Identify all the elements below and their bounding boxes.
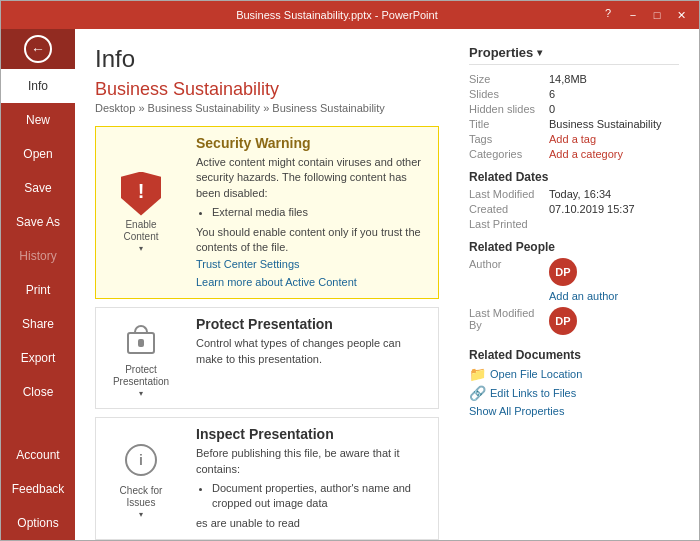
slides-row: Slides 6	[469, 88, 679, 100]
inspect-icon-area: i Check forIssues ▾	[96, 418, 186, 539]
sidebar-item-export[interactable]: Export	[1, 341, 75, 375]
sidebar-item-save-as[interactable]: Save As	[1, 205, 75, 239]
enable-content-button[interactable]: EnableContent ▾	[123, 219, 158, 253]
inspect-wrapper: i Check forIssues ▾ Inspect Presentation	[95, 417, 439, 540]
minimize-button[interactable]: −	[623, 7, 643, 23]
check-issues-button[interactable]: Check forIssues ▾	[120, 485, 163, 519]
protect-card: ProtectPresentation ▾ Protect Presentati…	[95, 307, 439, 409]
close-button[interactable]: ✕	[671, 7, 691, 23]
sidebar-item-info[interactable]: Info	[1, 69, 75, 103]
modified-by-person-row: DP	[549, 307, 577, 335]
last-modified-value: Today, 16:34	[549, 188, 679, 200]
hidden-slides-label: Hidden slides	[469, 103, 549, 115]
size-value: 14,8MB	[549, 73, 679, 85]
modified-by-avatar: DP	[549, 307, 577, 335]
author-label: Author	[469, 258, 549, 303]
shield-icon: !	[120, 173, 162, 215]
related-docs-header: Related Documents	[469, 348, 679, 362]
sidebar-item-share[interactable]: Share	[1, 307, 75, 341]
created-label: Created	[469, 203, 549, 215]
security-card-content: Security Warning Active content might co…	[186, 127, 438, 298]
maximize-button[interactable]: □	[647, 7, 667, 23]
security-warning-card: ! EnableContent ▾ Security Warning	[95, 126, 439, 299]
title-row: Title Business Sustainability	[469, 118, 679, 130]
created-value: 07.10.2019 15:37	[549, 203, 679, 215]
title-label: Title	[469, 118, 549, 130]
sidebar-item-history: History	[1, 239, 75, 273]
window-title: Business Sustainability.pptx - PowerPoin…	[69, 9, 605, 21]
window-controls: ? − □ ✕	[605, 7, 691, 23]
categories-row: Categories Add a category	[469, 148, 679, 160]
help-button[interactable]: ?	[605, 7, 611, 23]
last-modified-label: Last Modified	[469, 188, 549, 200]
sidebar-bottom: Account Feedback Options	[1, 438, 75, 540]
check-issues-dropdown-arrow: ▾	[139, 510, 143, 519]
protect-card-title: Protect Presentation	[196, 316, 428, 332]
hidden-slides-value: 0	[549, 103, 679, 115]
last-printed-row: Last Printed	[469, 218, 679, 230]
breadcrumb: Desktop » Business Sustainability » Busi…	[95, 102, 439, 114]
modified-by-row: Last Modified By DP	[469, 307, 679, 338]
sidebar-item-close[interactable]: Close	[1, 375, 75, 409]
properties-dropdown-icon: ▾	[537, 47, 542, 58]
author-row: Author DP Add an author	[469, 258, 679, 303]
sidebar-spacer	[1, 409, 75, 438]
inspect-card-body: Before publishing this file, be aware th…	[196, 446, 428, 531]
sidebar-item-open[interactable]: Open	[1, 137, 75, 171]
author-person-row: DP	[549, 258, 618, 286]
protect-icon-area: ProtectPresentation ▾	[96, 308, 186, 408]
slides-label: Slides	[469, 88, 549, 100]
back-circle-icon: ←	[24, 35, 52, 63]
sidebar-item-options[interactable]: Options	[1, 506, 75, 540]
window: Business Sustainability.pptx - PowerPoin…	[0, 0, 700, 541]
hidden-slides-row: Hidden slides 0	[469, 103, 679, 115]
modified-by-label: Last Modified By	[469, 307, 549, 338]
enable-content-label: EnableContent	[123, 219, 158, 243]
protect-label: ProtectPresentation	[113, 364, 169, 388]
folder-icon: 📁	[469, 366, 486, 382]
edit-links-link[interactable]: 🔗 Edit Links to Files	[469, 385, 679, 401]
file-title: Business Sustainability	[95, 79, 439, 100]
sidebar: ← Info New Open Save Save As History	[1, 29, 75, 540]
sidebar-item-feedback[interactable]: Feedback	[1, 472, 75, 506]
sidebar-item-save[interactable]: Save	[1, 171, 75, 205]
categories-link[interactable]: Add a category	[549, 148, 623, 160]
related-dates-header: Related Dates	[469, 170, 679, 184]
app-body: ← Info New Open Save Save As History	[1, 29, 699, 540]
tags-link[interactable]: Add a tag	[549, 133, 596, 145]
protect-button[interactable]: ProtectPresentation ▾	[113, 364, 169, 398]
show-all-properties-link[interactable]: Show All Properties	[469, 405, 564, 417]
protect-dropdown-arrow: ▾	[139, 389, 143, 398]
info-area: Info Business Sustainability Desktop » B…	[75, 29, 699, 540]
related-docs-links: 📁 Open File Location 🔗 Edit Links to Fil…	[469, 366, 679, 418]
trust-center-link[interactable]: Trust Center Settings	[196, 257, 428, 272]
sidebar-item-print[interactable]: Print	[1, 273, 75, 307]
back-button[interactable]: ←	[1, 29, 75, 69]
inspect-icon: i	[120, 439, 162, 481]
size-row: Size 14,8MB	[469, 73, 679, 85]
check-issues-label: Check forIssues	[120, 485, 163, 509]
security-card-body: Active content might contain viruses and…	[196, 155, 428, 290]
slides-value: 6	[549, 88, 679, 100]
lock-icon	[120, 318, 162, 360]
inspect-card-content: Inspect Presentation Before publishing t…	[186, 418, 438, 539]
open-file-location-link[interactable]: 📁 Open File Location	[469, 366, 679, 382]
last-printed-value	[549, 218, 679, 230]
main-content: Info Business Sustainability Desktop » B…	[75, 29, 699, 540]
author-avatar: DP	[549, 258, 577, 286]
categories-label: Categories	[469, 148, 549, 160]
sidebar-item-new[interactable]: New	[1, 103, 75, 137]
security-icon-area: ! EnableContent ▾	[96, 127, 186, 298]
info-left: Info Business Sustainability Desktop » B…	[95, 45, 439, 524]
properties-header: Properties ▾	[469, 45, 679, 65]
page-title: Info	[95, 45, 439, 73]
active-content-link[interactable]: Learn more about Active Content	[196, 275, 428, 290]
size-label: Size	[469, 73, 549, 85]
properties-panel: Properties ▾ Size 14,8MB Slides 6 Hidden…	[459, 45, 679, 524]
enable-content-dropdown-arrow: ▾	[139, 244, 143, 253]
security-bullet: External media files	[212, 205, 428, 220]
add-author-link[interactable]: Add an author	[549, 290, 618, 302]
link-icon: 🔗	[469, 385, 486, 401]
sidebar-item-account[interactable]: Account	[1, 438, 75, 472]
author-info: DP Add an author	[549, 258, 618, 303]
